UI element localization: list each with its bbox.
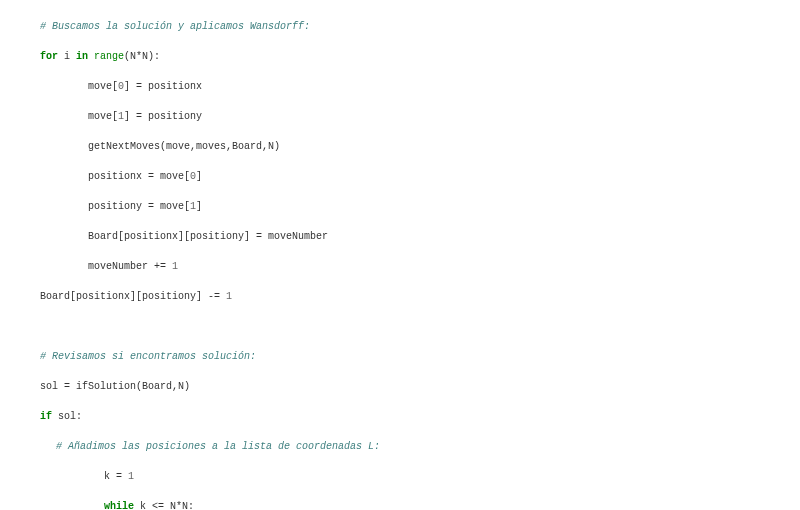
comment-revisamos: # Revisamos si encontramos solución:: [40, 351, 256, 362]
txt: ]: [196, 201, 202, 212]
num: 1: [226, 291, 232, 302]
txt: sol = ifSolution(Board,N): [40, 381, 190, 392]
kw-while: while: [104, 501, 134, 510]
txt: Board[positionx][positiony] -=: [40, 291, 226, 302]
kw-if: if: [40, 411, 52, 422]
txt: ]: [196, 171, 202, 182]
builtin-range: range: [88, 51, 124, 62]
comment-anadimos: # Añadimos las posiciones a la lista de …: [56, 441, 380, 452]
txt: ] = positionx: [124, 81, 202, 92]
txt: k =: [104, 471, 128, 482]
txt: (N*N):: [124, 51, 160, 62]
txt: Board[positionx][positiony] = moveNumber: [88, 231, 328, 242]
num: 1: [172, 261, 178, 272]
txt: ] = positiony: [124, 111, 202, 122]
txt: getNextMoves(move,moves,Board,N): [88, 141, 280, 152]
txt: positionx = move[: [88, 171, 190, 182]
txt: move[: [88, 81, 118, 92]
txt: moveNumber +=: [88, 261, 172, 272]
txt: i: [58, 51, 76, 62]
txt: sol:: [52, 411, 82, 422]
txt: positiony = move[: [88, 201, 190, 212]
txt: k <= N*N:: [134, 501, 194, 510]
comment-wansdorff: # Buscamos la solución y aplicamos Wansd…: [40, 21, 310, 32]
code-block: # Buscamos la solución y aplicamos Wansd…: [8, 4, 792, 510]
kw-for: for: [40, 51, 58, 62]
kw-in: in: [76, 51, 88, 62]
txt: move[: [88, 111, 118, 122]
num: 1: [128, 471, 134, 482]
